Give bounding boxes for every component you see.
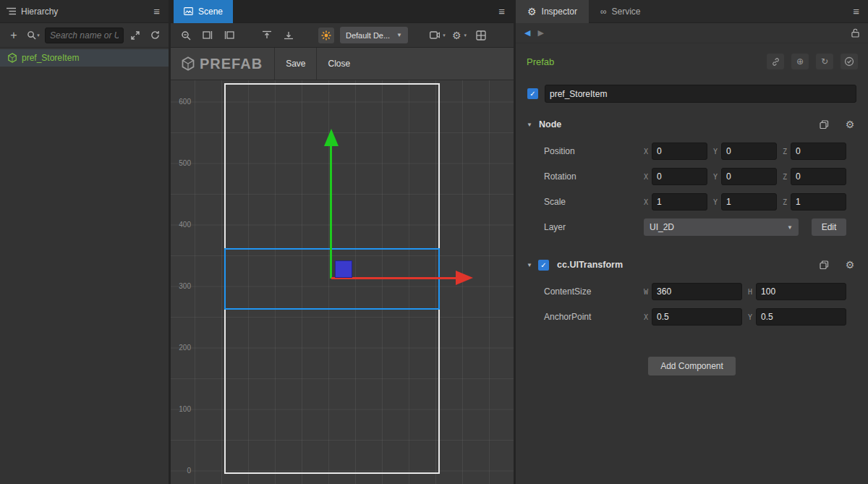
axis-y-label: Y: [713, 173, 718, 181]
hierarchy-search-input[interactable]: [45, 27, 124, 43]
tab-service[interactable]: ∞ Service: [589, 0, 652, 23]
layer-edit-button[interactable]: Edit: [812, 218, 846, 236]
uitransform-section-actions: ⚙: [816, 257, 858, 273]
gear-icon[interactable]: ⚙: [842, 116, 858, 132]
scene-tab-icon: [184, 7, 193, 15]
prefab-edit-bar: PREFAB Save Close: [171, 48, 514, 80]
expand-collapse-icon[interactable]: [127, 27, 143, 43]
nav-forward-icon[interactable]: ▶: [537, 28, 543, 38]
gear-icon[interactable]: ⚙: [842, 257, 858, 273]
display-mode-value: Default De...: [346, 31, 390, 40]
ruler-label: 100: [172, 405, 191, 413]
scale-y-input[interactable]: [721, 193, 777, 211]
tab-scene[interactable]: Scene: [174, 0, 233, 23]
display-mode-dropdown[interactable]: Default De... ▼: [340, 27, 408, 43]
axis-y-label: Y: [713, 198, 718, 206]
paste-component-icon[interactable]: [816, 116, 832, 132]
position-y-input[interactable]: [721, 143, 777, 160]
scene-menu-icon[interactable]: ≡: [490, 5, 514, 17]
collapse-icon[interactable]: ▼: [527, 122, 537, 128]
gizmo-x-axis-arrowhead[interactable]: [456, 271, 473, 285]
uitransform-enable-checkbox[interactable]: ✓: [538, 260, 549, 271]
align-bottom-icon[interactable]: [281, 27, 297, 43]
ruler-label: 400: [172, 221, 191, 229]
scale-x-input[interactable]: [652, 193, 707, 211]
scene-light-toggle-icon[interactable]: [318, 27, 334, 43]
anchor-point-y-input[interactable]: [756, 308, 846, 326]
layer-row: Layer UI_2D ▼ Edit: [544, 218, 846, 237]
position-x-input[interactable]: [652, 143, 707, 160]
scene-toolbar: Default De... ▼ ▾ ⚙ ▾: [171, 23, 514, 48]
rotation-x-input[interactable]: [652, 168, 707, 185]
node-name-input[interactable]: [545, 85, 856, 103]
prefab-save-button[interactable]: Save: [275, 48, 316, 80]
scene-header: Scene ≡: [171, 0, 514, 23]
axis-z-label: Z: [783, 148, 787, 156]
ruler-label: 200: [172, 344, 191, 352]
frame-selection-icon[interactable]: [200, 27, 216, 43]
unlink-prefab-icon[interactable]: [767, 54, 784, 69]
hierarchy-panel: Hierarchy ≡ + ▾ pref_StoreItem: [0, 0, 169, 484]
position-z-input[interactable]: [791, 143, 846, 160]
axis-z-label: Z: [783, 198, 787, 206]
content-size-w-input[interactable]: [652, 283, 742, 300]
add-node-button[interactable]: +: [6, 27, 22, 43]
axis-x-label: X: [644, 198, 648, 206]
refresh-icon[interactable]: [147, 27, 163, 43]
frame-all-icon[interactable]: [221, 27, 237, 43]
inspector-tabs: ⚙ Inspector ∞ Service: [516, 0, 652, 23]
hierarchy-menu-icon[interactable]: ≡: [145, 5, 169, 17]
rotation-y-input[interactable]: [721, 168, 777, 185]
ruler-label: 500: [172, 159, 191, 167]
prefab-close-button[interactable]: Close: [317, 48, 361, 80]
hierarchy-tree-icon: [7, 7, 16, 15]
content-size-h-input[interactable]: [756, 283, 846, 300]
chevron-down-icon: ▼: [396, 32, 402, 38]
inspector-panel: ⚙ Inspector ∞ Service ≡ ◀ ▶ Prefab ⊕ ↻: [516, 0, 868, 484]
inspector-nav-row: ◀ ▶: [516, 23, 868, 43]
scale-z-input[interactable]: [791, 193, 846, 211]
uitransform-section-body: ContentSize W H AnchorPoint X Y: [516, 282, 868, 333]
layer-label: Layer: [544, 222, 644, 232]
nav-back-icon[interactable]: ◀: [524, 28, 530, 38]
add-component-button[interactable]: Add Component: [648, 357, 736, 375]
prefab-hexagon-icon: [181, 56, 195, 71]
apply-prefab-icon[interactable]: [841, 54, 858, 69]
axis-x-label: X: [644, 313, 648, 321]
axis-y-label: Y: [748, 313, 752, 321]
gizmo-center-handle[interactable]: [335, 260, 352, 278]
hierarchy-item-label: pref_StoreItem: [22, 53, 79, 63]
node-active-checkbox[interactable]: ✓: [527, 88, 538, 99]
node-section-title: Node: [539, 119, 561, 130]
search-filter-button[interactable]: ▾: [25, 27, 41, 43]
hierarchy-toolbar: + ▾: [0, 23, 169, 48]
search-filter-caret-icon: ▾: [37, 33, 40, 38]
gizmo-y-axis[interactable]: [330, 145, 332, 279]
tab-inspector[interactable]: ⚙ Inspector: [516, 0, 589, 23]
paste-component-icon[interactable]: [816, 257, 832, 273]
align-top-icon[interactable]: [259, 27, 275, 43]
camera-dropdown[interactable]: ▾: [430, 27, 446, 43]
hierarchy-item-pref-storeitem[interactable]: pref_StoreItem: [0, 49, 169, 67]
axis-x-label: X: [644, 173, 648, 181]
zoom-icon[interactable]: [178, 27, 194, 43]
chevron-down-icon: ▾: [443, 33, 446, 38]
anchor-point-x-input[interactable]: [652, 308, 742, 326]
lock-icon[interactable]: [851, 28, 859, 38]
gizmo-y-axis-arrowhead[interactable]: [324, 129, 339, 146]
inspector-menu-icon[interactable]: ≡: [844, 5, 868, 17]
locate-asset-icon[interactable]: ⊕: [791, 54, 809, 69]
scene-settings-dropdown[interactable]: ⚙ ▾: [451, 27, 467, 43]
position-label: Position: [544, 146, 644, 156]
chevron-down-icon: ▾: [464, 33, 467, 38]
inspector-header: ⚙ Inspector ∞ Service ≡: [516, 0, 868, 23]
layer-dropdown[interactable]: UI_2D ▼: [644, 218, 799, 236]
scale-row: Scale X Y Z: [544, 192, 846, 211]
revert-prefab-icon[interactable]: ↻: [816, 54, 833, 69]
scene-viewport[interactable]: 600 500 400 300 200 100 0: [171, 48, 514, 484]
layout-grid-icon[interactable]: [473, 27, 489, 43]
anchor-point-label: AnchorPoint: [544, 312, 644, 322]
tab-inspector-label: Inspector: [542, 7, 577, 17]
rotation-z-input[interactable]: [791, 168, 846, 185]
collapse-icon[interactable]: ▼: [527, 262, 537, 268]
